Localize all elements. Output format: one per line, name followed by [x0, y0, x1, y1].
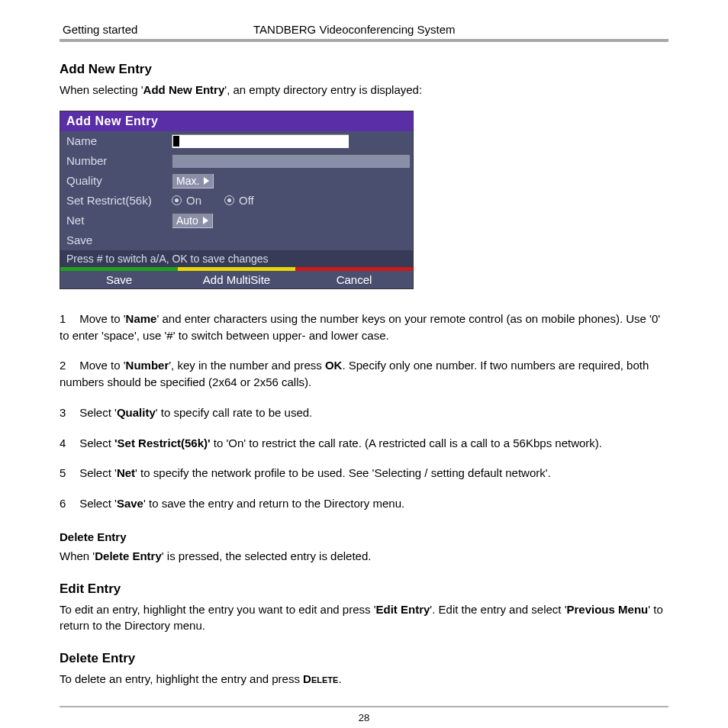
text-cursor-icon [173, 136, 179, 147]
cancel-button[interactable]: Cancel [295, 267, 413, 288]
label-name: Name [66, 134, 172, 147]
radio-restrict-off[interactable]: Off [224, 194, 254, 207]
header-rule [60, 39, 668, 42]
chevron-right-icon [204, 177, 209, 185]
label-restrict: Set Restrict(56k) [66, 194, 172, 207]
step-5: 5 Select 'Net' to specify the network pr… [60, 465, 668, 482]
dialog-button-bar: Save Add MultiSite Cancel [60, 267, 413, 288]
header-product-name: TANDBERG Videoconferencing System [253, 23, 665, 36]
radio-off-icon [224, 195, 234, 205]
page-number: 28 [60, 712, 668, 723]
step-1: 1 Move to 'Name' and enter characters us… [60, 311, 668, 344]
dialog-hint: Press # to switch a/A, OK to save change… [60, 250, 413, 267]
save-button[interactable]: Save [60, 267, 178, 288]
label-save[interactable]: Save [66, 234, 172, 246]
input-number[interactable] [172, 154, 410, 168]
footer-rule [60, 706, 668, 707]
step-3: 3 Select 'Quality' to specify call rate … [60, 404, 668, 421]
step-2: 2 Move to 'Number', key in the number an… [60, 357, 668, 391]
row-quality: Quality Max. [60, 171, 413, 191]
row-save: Save [60, 230, 413, 250]
label-quality: Quality [66, 174, 172, 187]
subheading-delete-entry: Delete Entry [60, 530, 668, 543]
intro-text: When selecting 'Add New Entry', an empty… [60, 82, 668, 98]
label-number: Number [66, 154, 172, 167]
row-restrict: Set Restrict(56k) On Off [60, 191, 413, 211]
delete-entry-text-2: To delete an entry, highlight the entry … [60, 671, 668, 688]
dropdown-net[interactable]: Auto [172, 213, 213, 228]
label-net: Net [66, 214, 172, 227]
row-number: Number [60, 151, 413, 171]
step-4: 4 Select 'Set Restrict(56k)' to 'On' to … [60, 435, 668, 452]
delete-entry-text: When 'Delete Entry' is pressed, the sele… [60, 548, 668, 565]
dropdown-quality[interactable]: Max. [172, 173, 214, 188]
heading-edit-entry: Edit Entry [60, 581, 668, 597]
dialog-title: Add New Entry [60, 111, 413, 131]
chevron-right-icon [203, 217, 208, 224]
step-6: 6 Select 'Save' to save the entry and re… [60, 495, 668, 512]
edit-entry-text: To edit an entry, highlight the entry yo… [60, 601, 668, 635]
row-net: Net Auto [60, 211, 413, 230]
row-name: Name [60, 131, 413, 151]
dialog-add-new-entry: Add New Entry Name Number Quality [60, 111, 414, 289]
add-multisite-button[interactable]: Add MultiSite [178, 267, 295, 288]
heading-delete-entry: Delete Entry [60, 651, 668, 666]
dropdown-quality-value: Max. [176, 175, 199, 187]
radio-restrict-on[interactable]: On [172, 194, 201, 207]
dropdown-net-value: Auto [176, 214, 198, 227]
radio-on-icon [172, 195, 182, 205]
input-name[interactable] [172, 134, 349, 148]
heading-add-new-entry: Add New Entry [60, 62, 668, 77]
page-header: Getting started TANDBERG Videoconferenci… [60, 23, 668, 36]
header-section-name: Getting started [63, 23, 253, 36]
